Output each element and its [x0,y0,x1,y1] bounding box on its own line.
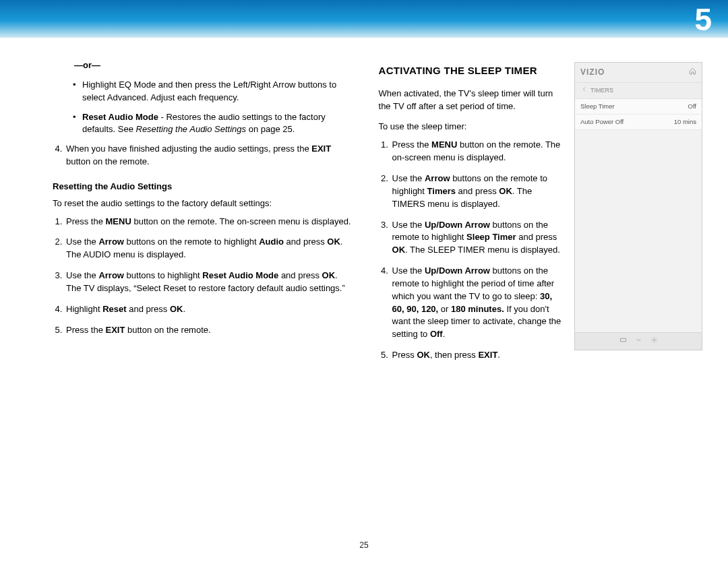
bold: OK [322,270,336,280]
left-step-4: When you have finished adjusting the aud… [65,143,352,168]
bold: Reset Audio Mode [202,270,278,280]
bold: Up/Down Arrow [425,220,490,230]
bold: Off [430,329,443,339]
tv-crumb-label: TIMERS [590,86,613,95]
bold: OK [417,350,430,360]
sleep-intro: When activated, the TV's sleep timer wil… [379,88,562,113]
heading-sleep-timer: ACTIVATING THE SLEEP TIMER [379,63,562,78]
chevron-down-icon [635,336,642,347]
sleep-step-5: Press OK, then press EXIT. [391,349,562,362]
tv-row-label: Sleep Timer [580,102,615,111]
bold: MENU [106,216,131,226]
gear-icon [650,336,658,347]
bold: OK [499,186,512,196]
bold: Reset [102,304,126,314]
or-separator: —or— [74,59,352,72]
text: Press the [66,216,106,226]
svg-point-1 [653,339,655,341]
bold: MENU [431,139,457,150]
text: and press [284,237,327,247]
text: or [438,304,451,314]
content-columns: —or— Highlight EQ Mode and then press th… [0,38,728,370]
tv-empty-area [575,130,702,332]
bold: Arrow [98,270,124,280]
text: Highlight [66,304,102,314]
tv-menu-screenshot: VIZIO TIMERS Sleep Timer Off Auto Power … [574,62,702,350]
text: Use the [392,173,425,183]
banner: 5 [0,0,728,38]
right-column: ACTIVATING THE SLEEP TIMER When activate… [379,59,702,370]
text: and press [278,270,322,280]
text: button on the remote. [66,156,150,166]
right-text-block: ACTIVATING THE SLEEP TIMER When activate… [379,59,562,370]
bold: Reset Audio Mode [82,112,158,122]
tv-logo: VIZIO [580,67,605,78]
subheading-reset-audio: Resetting the Audio Settings [53,181,352,193]
bold: Sleep Timer [466,232,516,242]
text: button on the remote. [125,325,210,335]
bold: Up/Down Arrow [425,266,490,276]
sleep-lead: To use the sleep timer: [379,121,562,133]
tv-row-value: Off [688,102,697,111]
home-icon [689,67,696,78]
text: button on the remote. The on-screen menu… [131,216,351,226]
tv-footer-icons [575,332,702,350]
text: Use the [66,237,98,247]
page-footer-number: 25 [0,540,728,550]
bold: OK [392,245,406,255]
text: Press the [392,139,432,150]
bold: OK [170,304,183,314]
bold: Arrow [98,237,124,247]
left-column: —or— Highlight EQ Mode and then press th… [53,59,352,370]
text: . [497,350,500,360]
bold: OK [327,237,340,247]
bold: Timers [427,186,456,196]
bold: Audio [259,237,284,247]
tv-breadcrumb: TIMERS [575,83,702,99]
subheading-intro: To reset the audio settings to the facto… [53,197,352,210]
italic: Resetting the Audio Settings [136,124,247,134]
reset-step-5: Press the EXIT button on the remote. [65,324,352,337]
tv-header: VIZIO [575,63,702,83]
text: When you have finished adjusting the aud… [66,144,311,154]
bullet-reset-audio: Reset Audio Mode - Restores the audio se… [73,111,352,137]
sleep-step-4: Use the Up/Down Arrow buttons on the rem… [391,265,562,341]
reset-step-1: Press the MENU button on the remote. The… [65,216,352,228]
back-icon [580,86,588,96]
text: buttons on the remote to highlight [124,237,259,247]
text: , then press [430,350,479,360]
tv-row-auto-power-off: Auto Power Off 10 mins [575,115,702,130]
sleep-step-2: Use the Arrow buttons on the remote to h… [391,173,562,211]
bold: Arrow [425,173,450,183]
text: and press [516,232,557,242]
wide-icon [619,336,627,347]
page-header-number: 5 [694,1,712,38]
sleep-step-3: Use the Up/Down Arrow buttons on the rem… [391,219,562,257]
reset-step-4: Highlight Reset and press OK. [65,303,352,316]
text: . [183,304,185,314]
text: buttons to highlight [124,270,202,280]
reset-step-3: Use the Arrow buttons to highlight Reset… [65,270,352,295]
text: on page 25. [246,124,295,134]
text: and press [127,304,170,314]
text: Use the [392,266,425,276]
bold: EXIT [478,350,497,360]
bold: EXIT [106,325,125,335]
svg-rect-0 [620,338,626,342]
text: Use the [66,270,98,280]
tv-row-value: 10 mins [674,117,696,127]
text: . The SLEEP TIMER menu is displayed. [405,245,560,255]
text: Press the [66,325,106,335]
tv-row-label: Auto Power Off [580,117,624,127]
tv-row-sleep-timer: Sleep Timer Off [575,99,702,115]
text: . [443,329,446,339]
bullet-eq-mode: Highlight EQ Mode and then press the Lef… [73,79,352,104]
text: and press [456,186,499,196]
sleep-step-1: Press the MENU button on the remote. The… [391,139,562,164]
text: Use the [392,220,425,230]
text: Press [392,350,417,360]
bold: 180 minutes. [451,304,504,314]
reset-step-2: Use the Arrow buttons on the remote to h… [65,236,352,261]
bold: EXIT [311,144,331,154]
